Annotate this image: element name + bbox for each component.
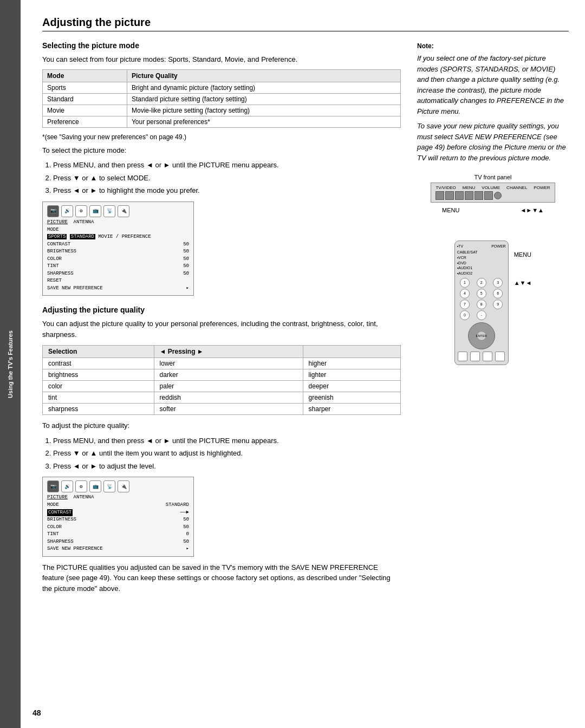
screen-icon: 📷 xyxy=(47,205,59,217)
table-row: sharpness softer sharper xyxy=(43,404,401,415)
tv-vol-up-button[interactable] xyxy=(465,191,473,200)
page-number: 48 xyxy=(32,708,41,717)
table-row: contrast lower higher xyxy=(43,358,401,369)
screen-mockup-2: 📷 🔊 ⚙ 📺 📡 🔌 PICTURE ANTENNA MODESTANDARD… xyxy=(42,477,194,557)
remote-menu-label: MENU xyxy=(514,251,532,258)
screen2-content: MODESTANDARD CONTRAST——► BRIGHTNESS50 CO… xyxy=(47,502,189,553)
tv-panel: TV/VIDEO MENU VOLUME CHANNEL POWER xyxy=(431,183,555,203)
tv-vol-down-button[interactable] xyxy=(455,191,464,200)
page-title: Adjusting the picture xyxy=(42,16,569,31)
section-select-mode: Selecting the picture mode You can selec… xyxy=(42,41,401,296)
remote-btn-4[interactable]: 4 xyxy=(460,289,470,298)
quality-col-header: Picture Quality xyxy=(127,69,400,82)
remote-btn-7[interactable]: 7 xyxy=(460,300,470,309)
arrows-symbol: ◄►▼▲ xyxy=(520,207,544,213)
screen-icon: 🔌 xyxy=(118,205,129,217)
screen-icon: 🔊 xyxy=(61,480,73,492)
table-row: color paler deeper xyxy=(43,381,401,392)
list-item: Press ◄ or ► to adjust the level. xyxy=(53,461,401,472)
screen-mockup-1: 📷 🔊 ⚙ 📺 📡 🔌 PICTURE ANTENNA MODE SPORTS … xyxy=(42,202,194,296)
screen-icon: 🔌 xyxy=(118,480,129,492)
mode-col-header: Mode xyxy=(43,69,127,82)
remote-btn-5[interactable]: 5 xyxy=(477,289,486,298)
note-title: Note: xyxy=(417,41,569,51)
remote-btn-1[interactable]: 1 xyxy=(460,278,470,288)
remote-nav-ring: ENTER xyxy=(468,322,495,349)
section2-title: Adjusting the picture quality xyxy=(42,306,401,314)
steps2-intro: To adjust the picture quality: xyxy=(42,420,401,431)
screen-icon: ⚙ xyxy=(75,205,87,217)
remote-side-labels: MENU ▲▼◄ xyxy=(514,240,532,297)
remote-btn-c[interactable] xyxy=(483,352,492,361)
pressing-left-header: ◄ Pressing ► xyxy=(154,346,303,358)
list-item: Press ▼ or ▲ until the item you want to … xyxy=(53,448,401,459)
section1-title: Selecting the picture mode xyxy=(42,41,401,50)
remote-top-labels: •TV POWER xyxy=(457,244,506,248)
remote-btn-3[interactable]: 3 xyxy=(493,278,503,288)
table-row: Sports Bright and dynamic picture (facto… xyxy=(43,82,401,93)
tv-panel-buttons xyxy=(435,191,550,200)
remote-control: •TV POWER CABLE/SAT •VCR •DVD •AUDIO1 •A… xyxy=(454,240,509,365)
remote-btn-dash[interactable]: - xyxy=(477,310,486,320)
sidebar: Using the TV's Features xyxy=(0,0,21,728)
section1-intro: You can select from four picture modes: … xyxy=(42,54,401,65)
screen-icon: ⚙ xyxy=(75,480,87,492)
list-item: Press ▼ or ▲ to select MODE. xyxy=(53,173,401,184)
screen-icon: 📺 xyxy=(89,205,101,217)
section2-footer: The PICTURE qualities you adjusted can b… xyxy=(42,562,401,594)
pressing-right-header xyxy=(303,346,400,358)
list-item: Press ◄ or ► to highlight the mode you p… xyxy=(53,185,401,196)
tv-panel-label: TV front panel xyxy=(417,174,569,180)
remote-btn-0[interactable]: 0 xyxy=(460,310,470,320)
tv-panel-container: TV front panel TV/VIDEO MENU VOLUME CHAN… xyxy=(417,174,569,213)
screen-menu-label: PICTURE ANTENNA xyxy=(47,219,189,225)
section2-intro: You can adjust the picture quality to yo… xyxy=(42,318,401,340)
quality-table: Selection ◄ Pressing ► contrast lower hi… xyxy=(42,345,401,415)
remote-btn-b[interactable] xyxy=(470,352,480,361)
tv-menu-button[interactable] xyxy=(445,191,454,200)
sidebar-label: Using the TV's Features xyxy=(6,330,14,398)
screen-icons-row-2: 📷 🔊 ⚙ 📺 📡 🔌 xyxy=(47,480,189,492)
steps-list: Press MENU, and then press ◄ or ► until … xyxy=(53,160,401,196)
mode-table: Mode Picture Quality Sports Bright and d… xyxy=(42,69,401,128)
remote-btn-8[interactable]: 8 xyxy=(477,300,486,309)
menu-arrows-label: MENU ◄►▼▲ xyxy=(417,207,569,213)
table-row: tint reddish greenish xyxy=(43,392,401,404)
list-item: Press MENU, and then press ◄ or ► until … xyxy=(53,160,401,171)
table-row: brightness darker lighter xyxy=(43,369,401,381)
remote-btn-9[interactable]: 9 xyxy=(493,300,503,309)
tv-video-button[interactable] xyxy=(435,191,444,200)
left-column: Selecting the picture mode You can selec… xyxy=(42,41,401,598)
remote-enter-button[interactable]: ENTER xyxy=(477,331,486,341)
remote-btn-d[interactable] xyxy=(495,352,505,361)
table-row: Standard Standard picture setting (facto… xyxy=(43,93,401,105)
remote-btn-a[interactable] xyxy=(458,352,467,361)
screen-icon: 📷 xyxy=(47,480,59,492)
remote-btn-2[interactable]: 2 xyxy=(477,278,486,288)
screen-icon: 📡 xyxy=(103,205,115,217)
table-row: Preference Your personal preferences* xyxy=(43,116,401,127)
tv-ch-down-button[interactable] xyxy=(474,191,483,200)
remote-number-grid: 1 2 3 4 5 6 7 8 9 0 - xyxy=(457,278,506,320)
screen-icon: 🔊 xyxy=(61,205,73,217)
screen-icons-row: 📷 🔊 ⚙ 📺 📡 🔌 xyxy=(47,205,189,217)
steps2-list: Press MENU, and then press ◄ or ► until … xyxy=(53,435,401,472)
remote-arrows-label: ▲▼◄ xyxy=(514,280,532,286)
remote-source-labels: CABLE/SAT •VCR •DVD •AUDIO1 •AUDIO2 xyxy=(457,250,506,276)
note-line-1: If you select one of the factory-set pic… xyxy=(417,53,569,116)
tv-ch-up-button[interactable] xyxy=(484,191,493,200)
note-box: Note: If you select one of the factory-s… xyxy=(417,41,569,163)
footnote: *(see "Saving your new preferences" on p… xyxy=(42,132,401,142)
tv-power-button[interactable] xyxy=(494,192,502,199)
screen2-menu-label: PICTURE ANTENNA xyxy=(47,495,189,500)
right-column: Note: If you select one of the factory-s… xyxy=(417,41,569,598)
remote-container: •TV POWER CABLE/SAT •VCR •DVD •AUDIO1 •A… xyxy=(417,240,569,365)
table-row: Movie Movie-like picture setting (factor… xyxy=(43,105,401,116)
remote-bottom-buttons xyxy=(457,352,506,361)
section-adjust-quality: Adjusting the picture quality You can ad… xyxy=(42,306,401,594)
remote-btn-6[interactable]: 6 xyxy=(493,289,503,298)
screen-icon: 📡 xyxy=(103,480,115,492)
screen-content: MODE SPORTS STANDARD MOVIE / PREFERENCE … xyxy=(47,226,189,292)
menu-label: MENU xyxy=(442,207,459,213)
screen-icon: 📺 xyxy=(89,480,101,492)
